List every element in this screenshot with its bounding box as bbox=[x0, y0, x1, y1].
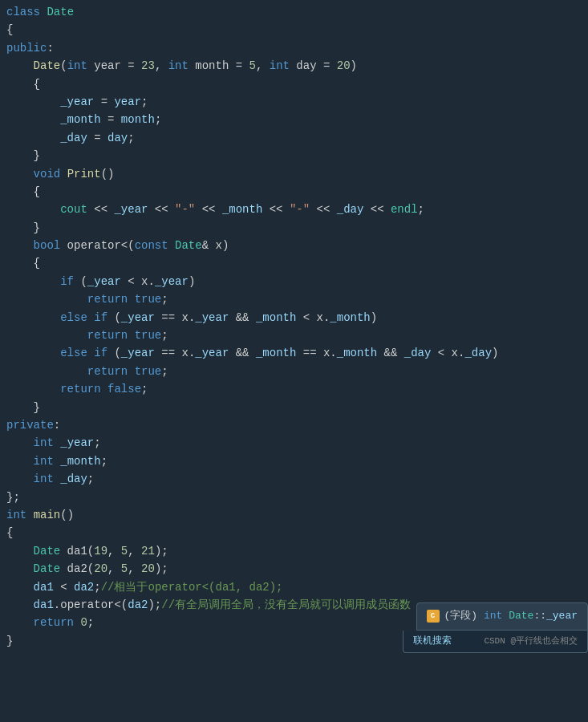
code-line: } bbox=[0, 399, 588, 416]
code-line: int main() bbox=[0, 506, 588, 524]
tooltip-type-icon: C bbox=[427, 610, 440, 623]
code-line: int _month; bbox=[0, 452, 588, 470]
code-line: else if (_year == x._year && _month < x.… bbox=[0, 309, 588, 327]
code-line: private: bbox=[0, 416, 588, 434]
code-line: da1 < da2;//相当于operator<(da1, da2); bbox=[0, 578, 588, 596]
code-line: int _day; bbox=[0, 470, 588, 488]
code-line: { bbox=[0, 21, 588, 39]
tooltip-source-label: CSDN @平行线也会相交 bbox=[484, 635, 578, 649]
code-line: void Print() bbox=[0, 165, 588, 183]
code-line: int _year; bbox=[0, 434, 588, 452]
tooltip-popup[interactable]: C(字段) int Date::_year联机搜索CSDN @平行线也会相交 bbox=[403, 602, 588, 653]
code-line: bool operator<(const Date& x) bbox=[0, 237, 588, 254]
tooltip-signature: (字段) int Date::_year bbox=[444, 608, 578, 625]
code-line: else if (_year == x._year && _month == x… bbox=[0, 344, 588, 362]
code-line: Date da2(20, 5, 20); bbox=[0, 560, 588, 578]
code-line: cout << _year << "-" << _month << "-" <<… bbox=[0, 201, 588, 218]
code-line: { bbox=[0, 254, 588, 272]
code-editor: class Date{public: Date(int year = 23, i… bbox=[0, 0, 588, 653]
code-line: _day = day; bbox=[0, 129, 588, 147]
code-line: return false; bbox=[0, 380, 588, 398]
code-line: if (_year < x._year) bbox=[0, 273, 588, 290]
code-line: Date(int year = 23, int month = 5, int d… bbox=[0, 57, 588, 75]
code-line: { bbox=[0, 183, 588, 201]
code-line: return true; bbox=[0, 290, 588, 308]
code-line: _year = year; bbox=[0, 93, 588, 111]
code-line: } bbox=[0, 219, 588, 237]
code-line: Date da1(19, 5, 21); bbox=[0, 542, 588, 560]
code-line: }; bbox=[0, 489, 588, 506]
tooltip-search-link[interactable]: 联机搜索 bbox=[413, 634, 452, 649]
tooltip-footer[interactable]: 联机搜索CSDN @平行线也会相交 bbox=[403, 631, 588, 653]
code-line: } bbox=[0, 147, 588, 164]
code-line: public: bbox=[0, 39, 588, 57]
code-line: _month = month; bbox=[0, 111, 588, 128]
code-line: class Date bbox=[0, 3, 588, 21]
code-line: return true; bbox=[0, 327, 588, 344]
code-line: { bbox=[0, 524, 588, 542]
code-line: { bbox=[0, 75, 588, 93]
code-line: return true; bbox=[0, 363, 588, 380]
tooltip-content: C(字段) int Date::_year bbox=[416, 602, 588, 631]
